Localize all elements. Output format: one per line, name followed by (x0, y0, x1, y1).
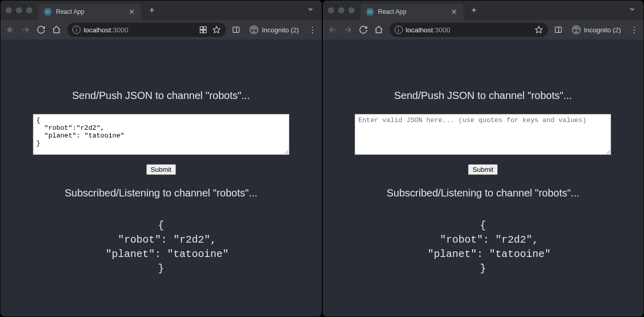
svg-rect-5 (200, 27, 203, 29)
tabs-dropdown-icon[interactable] (304, 6, 317, 15)
incognito-indicator[interactable]: Incognito (2) (569, 25, 624, 34)
reload-icon[interactable] (359, 25, 368, 34)
tab-title: React App (378, 8, 446, 15)
new-tab-button[interactable]: + (467, 4, 481, 17)
home-icon[interactable] (52, 25, 61, 34)
browser-menu-icon[interactable]: ⋮ (630, 25, 638, 35)
incognito-icon (249, 25, 259, 34)
titlebar: React App ✕ + (1, 1, 322, 20)
svg-point-12 (369, 11, 370, 13)
window-maximize-dot[interactable] (26, 7, 32, 13)
svg-marker-20 (535, 26, 542, 33)
incognito-label: Incognito (2) (584, 26, 621, 34)
page-content: Send/Push JSON to channel "robots"... Su… (323, 39, 644, 316)
tab-close-icon[interactable]: ✕ (450, 8, 458, 16)
nav-forward-icon[interactable] (343, 25, 353, 34)
json-input-textarea[interactable] (33, 114, 289, 155)
listen-section-title: Subscribed/Listening to channel "robots"… (355, 187, 611, 199)
reload-icon[interactable] (36, 25, 46, 34)
browser-window: React App ✕ + i localhost:3000 (323, 1, 644, 316)
incognito-label: Incognito (2) (262, 26, 299, 34)
url-display: localhost:3000 (406, 26, 451, 34)
svg-point-0 (47, 11, 49, 13)
react-logo-icon (366, 8, 374, 16)
tab-title: React App (56, 8, 124, 15)
tabs-dropdown-icon[interactable] (626, 6, 638, 15)
nav-back-icon[interactable] (328, 25, 337, 34)
incognito-icon (572, 25, 581, 34)
reader-mode-icon[interactable] (199, 26, 207, 34)
new-tab-button[interactable]: + (145, 4, 159, 17)
home-icon[interactable] (374, 25, 383, 34)
address-bar[interactable]: i localhost:3000 (67, 23, 226, 37)
nav-back-icon[interactable] (6, 25, 15, 34)
browser-menu-icon[interactable]: ⋮ (308, 25, 317, 35)
tab-react-app[interactable]: React App ✕ (38, 4, 141, 20)
bookmark-star-icon[interactable] (535, 26, 543, 34)
tab-close-icon[interactable]: ✕ (128, 8, 136, 16)
site-info-icon[interactable]: i (72, 26, 81, 34)
browser-window: React App ✕ + i localhost:3000 (1, 1, 322, 316)
page-content: Send/Push JSON to channel "robots"... Su… (1, 39, 322, 316)
svg-rect-6 (204, 27, 206, 29)
submit-button[interactable]: Submit (146, 164, 176, 175)
bookmark-star-icon[interactable] (212, 26, 221, 34)
window-close-dot[interactable] (6, 7, 12, 13)
site-info-icon[interactable]: i (395, 26, 403, 34)
svg-marker-9 (213, 26, 220, 33)
window-minimize-dot[interactable] (338, 7, 344, 13)
window-close-dot[interactable] (328, 7, 334, 13)
json-input-textarea[interactable] (355, 114, 611, 155)
traffic-lights (6, 7, 32, 13)
send-section-title: Send/Push JSON to channel "robots"... (33, 90, 289, 102)
side-panel-icon[interactable] (554, 26, 562, 34)
side-panel-icon[interactable] (232, 26, 240, 34)
tab-react-app[interactable]: React App ✕ (361, 4, 463, 20)
nav-forward-icon[interactable] (21, 25, 30, 34)
send-section-title: Send/Push JSON to channel "robots"... (355, 90, 611, 102)
json-output-display: { "robot": "r2d2", "planet": "tatooine" … (33, 219, 289, 276)
titlebar: React App ✕ + (323, 1, 644, 20)
toolbar: i localhost:3000 Incognito (2) ⋮ (323, 20, 644, 39)
listen-section-title: Subscribed/Listening to channel "robots"… (33, 187, 289, 199)
toolbar: i localhost:3000 Incognito (2) ⋮ (1, 20, 322, 39)
url-display: localhost:3000 (84, 26, 128, 34)
json-output-display: { "robot": "r2d2", "planet": "tatooine" … (355, 219, 611, 276)
incognito-indicator[interactable]: Incognito (2) (246, 25, 302, 34)
traffic-lights (328, 7, 355, 13)
svg-rect-7 (200, 30, 203, 33)
submit-button[interactable]: Submit (468, 164, 498, 175)
svg-rect-8 (204, 30, 206, 33)
address-bar[interactable]: i localhost:3000 (389, 23, 548, 37)
window-maximize-dot[interactable] (348, 7, 355, 13)
window-minimize-dot[interactable] (16, 7, 22, 13)
react-logo-icon (44, 8, 52, 16)
